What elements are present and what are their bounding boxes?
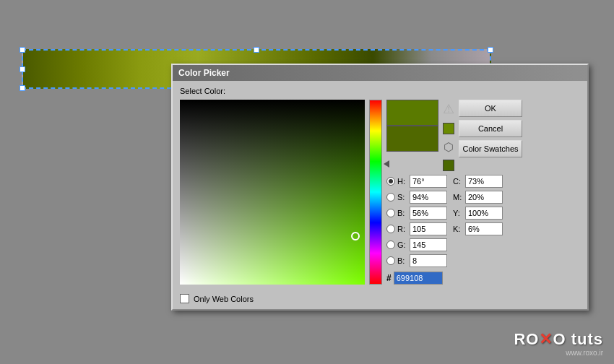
y-input[interactable] — [465, 207, 503, 220]
b-input[interactable] — [410, 207, 447, 220]
gradient-background — [180, 100, 365, 285]
h-input-row: H: — [386, 174, 447, 188]
bottom-row: Only Web Colors — [180, 291, 580, 303]
color-preview-area — [386, 100, 438, 152]
bv-radio[interactable] — [386, 256, 395, 265]
b-label: B: — [397, 209, 407, 217]
current-color-preview — [386, 100, 438, 126]
inputs-section: H: S: B: — [386, 174, 580, 285]
dialog-title-text: Color Picker — [178, 68, 230, 78]
g-radio[interactable] — [386, 240, 395, 249]
s-input[interactable] — [410, 191, 447, 204]
m-input-row: M: — [453, 190, 503, 204]
dialog-body: Select Color: — [173, 81, 587, 309]
r-input-row: R: — [386, 222, 447, 236]
web-safe-color-swatch[interactable] — [443, 160, 454, 171]
color-gradient-picker[interactable] — [180, 100, 365, 285]
buttons-column: OK Cancel Color Swatches — [459, 100, 522, 157]
h-input[interactable] — [410, 175, 447, 188]
previous-color-preview — [386, 126, 438, 152]
handle-tl[interactable] — [20, 47, 25, 53]
bv-label: B: — [397, 256, 407, 265]
watermark-tuts: tuts — [566, 330, 603, 348]
g-input-row: G: — [386, 238, 447, 252]
top-right-row: ⚠ ⬡ OK Cancel Color Swatches — [386, 100, 580, 171]
y-input-row: Y: — [453, 206, 503, 220]
k-input-row: K: — [453, 222, 503, 236]
h-label: H: — [397, 177, 407, 186]
ok-button[interactable]: OK — [459, 100, 522, 117]
handle-tm[interactable] — [254, 47, 259, 53]
r-input[interactable] — [410, 222, 447, 235]
right-panel: ⚠ ⬡ OK Cancel Color Swatches — [386, 100, 580, 285]
handle-bl[interactable] — [20, 85, 25, 91]
h-radio[interactable] — [386, 177, 395, 186]
canvas-area: Color Picker Select Color: — [0, 0, 614, 364]
s-input-row: S: — [386, 190, 447, 204]
spectrum-container — [369, 100, 382, 285]
c-label: C: — [453, 177, 463, 186]
color-picker-dialog: Color Picker Select Color: — [171, 64, 589, 311]
hex-input[interactable] — [394, 272, 443, 285]
k-input[interactable] — [465, 222, 503, 235]
b-radio[interactable] — [386, 209, 395, 217]
select-color-label: Select Color: — [180, 87, 580, 95]
out-of-gamut-warning-icon[interactable]: ⚠ — [443, 103, 454, 116]
r-radio[interactable] — [386, 225, 395, 233]
g-input[interactable] — [410, 238, 447, 251]
cmyk-inputs: C: M: Y: — [453, 174, 503, 285]
y-label: Y: — [453, 209, 463, 217]
g-label: G: — [397, 240, 407, 249]
r-label: R: — [397, 225, 407, 233]
web-safe-cube-icon[interactable]: ⬡ — [444, 140, 454, 154]
main-row: ⚠ ⬡ OK Cancel Color Swatches — [180, 100, 580, 285]
s-radio[interactable] — [386, 193, 395, 202]
b-input-row: B: — [386, 206, 447, 220]
only-web-colors-label: Only Web Colors — [194, 295, 254, 303]
m-label: M: — [453, 193, 463, 202]
hex-input-row: # — [386, 271, 447, 285]
c-input[interactable] — [465, 175, 503, 188]
only-web-colors-checkbox[interactable] — [180, 294, 189, 303]
roxo-x: ✕ — [539, 330, 553, 348]
watermark: RO✕O tuts www.roxo.ir — [514, 330, 603, 357]
color-swatches-button[interactable]: Color Swatches — [459, 140, 522, 157]
k-label: K: — [453, 225, 463, 233]
warning-icons-col: ⚠ ⬡ — [443, 100, 454, 171]
m-input[interactable] — [465, 191, 503, 204]
handle-ml[interactable] — [20, 66, 25, 72]
spectrum-arrow — [384, 160, 389, 168]
hash-symbol: # — [386, 273, 392, 283]
handle-tr[interactable] — [488, 47, 493, 53]
watermark-url: www.roxo.ir — [566, 349, 603, 357]
hsb-rgb-inputs: H: S: B: — [386, 174, 447, 285]
bv-input-row: B: — [386, 254, 447, 268]
bv-input[interactable] — [410, 254, 447, 267]
dialog-title: Color Picker — [173, 65, 587, 81]
cancel-button[interactable]: Cancel — [459, 120, 522, 137]
c-input-row: C: — [453, 174, 503, 188]
spectrum-bar[interactable] — [369, 100, 382, 285]
gamut-color-swatch[interactable] — [443, 123, 454, 134]
watermark-logo: RO✕O tuts — [514, 330, 603, 349]
s-label: S: — [397, 193, 407, 202]
